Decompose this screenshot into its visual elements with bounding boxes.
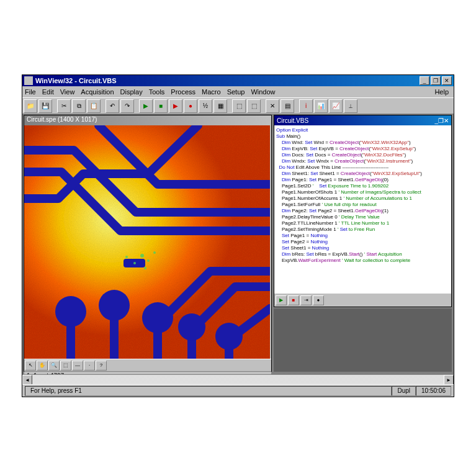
acquire-button[interactable]: ▶ — [169, 99, 182, 113]
paste-button[interactable]: 📋 — [87, 99, 101, 113]
image-window[interactable]: Circuit.spe (1400 X 1017) — [24, 115, 272, 372]
menu-window[interactable]: Window — [251, 88, 275, 96]
cut-button[interactable]: ✂ — [57, 99, 71, 113]
script-close-button[interactable]: ✕ — [444, 117, 449, 124]
svg-point-2 — [99, 290, 130, 321]
script-stop-button[interactable]: ■ — [288, 295, 299, 305]
image-titlebar[interactable]: Circuit.spe (1400 X 1017) — [24, 115, 271, 125]
roi1-button[interactable]: ⬚ — [232, 99, 246, 113]
hist-button[interactable]: ▤ — [281, 99, 294, 113]
scroll-right-button[interactable]: ► — [444, 375, 454, 385]
zoom-tool-button[interactable]: 🔍 — [48, 361, 60, 370]
hand-tool-button[interactable]: ✋ — [37, 361, 48, 370]
menu-setup[interactable]: Setup — [227, 88, 245, 96]
horizontal-scrollbar[interactable]: ◄ ► — [22, 374, 454, 384]
close-button[interactable]: ✕ — [442, 76, 452, 85]
status-time: 10:50:06 — [416, 386, 451, 396]
open-button[interactable]: 📁 — [24, 99, 37, 113]
script-step-button[interactable]: ⇥ — [300, 295, 312, 305]
status-bar: For Help, press F1 Dupl 10:50:06 — [22, 384, 454, 397]
point-tool-button[interactable]: · — [84, 361, 95, 370]
script-window[interactable]: Circuit.VBS _ ❐ ✕ Option ExplicitSub Mai… — [274, 115, 452, 307]
svg-point-10 — [153, 251, 156, 254]
line-tool-button[interactable]: — — [72, 361, 83, 370]
image-toolbar: ↖ ✋ 🔍 ⬚ — · ? — [24, 359, 271, 371]
main-titlebar[interactable]: WinView/32 - Circuit.VBS _ ❐ ✕ — [22, 75, 454, 86]
clear-button[interactable]: ✕ — [266, 99, 279, 113]
main-toolbar: 📁 💾 ✂ ⧉ 📋 ↶ ↷ ▶ ■ ▶ ● ½ ▦ ⬚ ⬚ ✕ ▤ i 📊 📈 … — [22, 97, 454, 114]
menu-tools[interactable]: Tools — [149, 88, 165, 96]
script-editor[interactable]: Option ExplicitSub Main() Dim Wnd: Set W… — [274, 125, 451, 293]
circuit-image — [24, 125, 270, 359]
status-help-text: For Help, press F1 — [25, 386, 392, 396]
script-breakpoint-button[interactable]: ● — [313, 295, 324, 305]
status-mode: Dupl — [392, 386, 416, 396]
script-title: Circuit.VBS — [277, 117, 434, 124]
svg-point-3 — [142, 302, 173, 333]
ruler-button[interactable]: ⟂ — [344, 99, 357, 113]
svg-point-8 — [147, 259, 150, 262]
window-title: WinView/32 - Circuit.VBS — [35, 77, 418, 84]
script-maximize-button[interactable]: ❐ — [438, 117, 444, 124]
save-button[interactable]: 💾 — [38, 99, 52, 113]
menu-help[interactable]: Help — [434, 88, 449, 96]
chart2-button[interactable]: 📈 — [329, 99, 343, 113]
minimize-button[interactable]: _ — [420, 76, 429, 85]
run-button[interactable]: ▶ — [139, 99, 153, 113]
svg-point-11 — [125, 256, 128, 258]
redo-button[interactable]: ↷ — [120, 99, 134, 113]
scroll-left-button[interactable]: ◄ — [22, 375, 32, 385]
record-button[interactable]: ● — [184, 99, 197, 113]
stop-green-button[interactable]: ■ — [154, 99, 168, 113]
copy-button[interactable]: ⧉ — [72, 99, 86, 113]
svg-point-1 — [55, 296, 86, 327]
menu-acquisition[interactable]: Acquisition — [81, 88, 114, 96]
roi-tool-button[interactable]: ⬚ — [60, 361, 71, 370]
svg-point-12 — [144, 267, 146, 269]
acq-setup-button[interactable]: ▦ — [213, 99, 227, 113]
menu-macro[interactable]: Macro — [202, 88, 221, 96]
app-icon — [24, 76, 33, 85]
script-titlebar[interactable]: Circuit.VBS _ ❐ ✕ — [274, 115, 451, 125]
scroll-track[interactable] — [32, 375, 444, 384]
main-window: WinView/32 - Circuit.VBS _ ❐ ✕ File Edit… — [22, 74, 454, 397]
menu-bar: File Edit View Acquisition Display Tools… — [22, 86, 454, 97]
roi2-button[interactable]: ⬚ — [247, 99, 261, 113]
empty-panel — [274, 308, 452, 372]
maximize-button[interactable]: ❐ — [431, 76, 441, 85]
arrow-tool-button[interactable]: ↖ — [25, 361, 36, 370]
svg-point-4 — [178, 313, 205, 341]
menu-file[interactable]: File — [25, 88, 36, 96]
menu-process[interactable]: Process — [171, 88, 195, 96]
script-run-button[interactable]: ▶ — [276, 295, 287, 305]
svg-point-7 — [140, 254, 144, 258]
menu-edit[interactable]: Edit — [42, 88, 54, 96]
info-button[interactable]: i — [299, 99, 313, 113]
menu-display[interactable]: Display — [120, 88, 143, 96]
svg-point-5 — [215, 323, 243, 350]
help-tool-button[interactable]: ? — [96, 361, 107, 370]
image-viewport[interactable] — [24, 125, 270, 359]
svg-point-9 — [133, 262, 136, 264]
menu-view[interactable]: View — [60, 88, 75, 96]
image-title: Circuit.spe (1400 X 1017) — [27, 116, 97, 123]
undo-button[interactable]: ↶ — [106, 99, 119, 113]
half-button[interactable]: ½ — [199, 99, 212, 113]
script-toolbar: ▶ ■ ⇥ ● — [274, 293, 451, 307]
chart1-button[interactable]: 📊 — [314, 99, 328, 113]
mdi-workspace: Circuit.spe (1400 X 1017) — [22, 114, 454, 374]
